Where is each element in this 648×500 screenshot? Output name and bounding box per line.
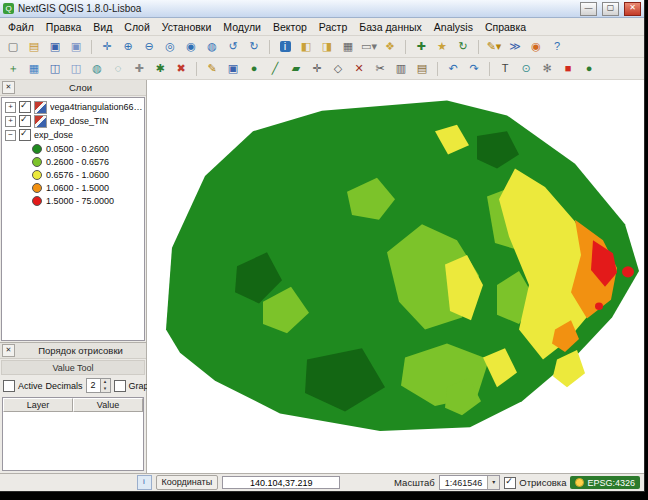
legend-class-4[interactable]: 1.0600 - 1.5000 bbox=[32, 181, 144, 194]
toolbar-separator[interactable] bbox=[433, 59, 442, 79]
layer-tree[interactable]: + ✓ vega4triangulation662cdc2085044b35..… bbox=[1, 97, 145, 341]
zoom-last-icon[interactable]: ↺ bbox=[223, 37, 243, 57]
log-messages-icon[interactable]: i bbox=[137, 475, 152, 490]
scale-combo[interactable]: 1:461546 ▾ bbox=[439, 475, 501, 490]
add-spatialite-layer-icon[interactable]: ◫ bbox=[66, 59, 86, 79]
value-table-header-layer[interactable]: Layer bbox=[3, 398, 73, 412]
help-contents-icon[interactable]: ? bbox=[547, 37, 567, 57]
expander-icon[interactable]: + bbox=[5, 102, 16, 113]
cut-features-icon[interactable]: ✂ bbox=[370, 59, 390, 79]
decimals-stepper[interactable]: 2 ▴ ▾ bbox=[86, 378, 111, 393]
legend-class-5[interactable]: 1.5000 - 75.0000 bbox=[32, 194, 144, 207]
add-postgis-layer-icon[interactable]: ◫ bbox=[45, 59, 65, 79]
toolbar-separator[interactable] bbox=[265, 37, 274, 57]
close-button[interactable]: ✕ bbox=[624, 2, 641, 16]
redo-icon[interactable]: ↷ bbox=[464, 59, 484, 79]
nextgis-connect-icon[interactable]: ◉ bbox=[526, 37, 546, 57]
zoom-to-layer-icon[interactable]: ◍ bbox=[202, 37, 222, 57]
legend-class-2[interactable]: 0.2600 - 0.6576 bbox=[32, 155, 144, 168]
refresh-map-icon[interactable]: ↻ bbox=[453, 37, 473, 57]
zoom-out-icon[interactable]: ⊖ bbox=[139, 37, 159, 57]
python-console-icon[interactable]: ≫ bbox=[505, 37, 525, 57]
layer-item-vega4triangulation[interactable]: + ✓ vega4triangulation662cdc2085044b35..… bbox=[2, 100, 144, 114]
value-tool-tab[interactable]: Value Tool bbox=[1, 360, 145, 375]
menu-item-edit[interactable]: Правка bbox=[40, 20, 87, 34]
identify-icon[interactable]: i bbox=[275, 37, 295, 57]
toggle-editing-icon[interactable]: ✎ bbox=[202, 59, 222, 79]
capture-point-icon[interactable]: ● bbox=[244, 59, 264, 79]
open-project-icon[interactable]: ▤ bbox=[24, 37, 44, 57]
maximize-button[interactable]: ▢ bbox=[602, 2, 619, 16]
add-wms-layer-icon[interactable]: ◍ bbox=[87, 59, 107, 79]
add-delimited-text-icon[interactable]: ✚ bbox=[129, 59, 149, 79]
save-project-as-icon[interactable]: ▣ bbox=[66, 37, 86, 57]
graph-checkbox[interactable] bbox=[114, 380, 126, 392]
show-bookmarks-icon[interactable]: ★ bbox=[432, 37, 452, 57]
grass-tools-icon[interactable]: ● bbox=[579, 59, 599, 79]
chevron-down-icon[interactable]: ▾ bbox=[487, 476, 499, 489]
pan-map-icon[interactable]: ✛ bbox=[97, 37, 117, 57]
copy-features-icon[interactable]: ▥ bbox=[391, 59, 411, 79]
save-project-icon[interactable]: ▣ bbox=[45, 37, 65, 57]
menu-item-settings[interactable]: Установки bbox=[156, 20, 217, 34]
spin-down-icon[interactable]: ▾ bbox=[101, 386, 110, 393]
expander-icon[interactable]: − bbox=[5, 130, 16, 141]
menu-item-database[interactable]: База данных bbox=[353, 20, 428, 34]
new-bookmark-icon[interactable]: ✚ bbox=[411, 37, 431, 57]
analysis-tools-icon[interactable]: ■ bbox=[558, 59, 578, 79]
zoom-next-icon[interactable]: ↻ bbox=[244, 37, 264, 57]
menu-item-file[interactable]: Файл bbox=[2, 20, 40, 34]
title-bar[interactable]: Q NextGIS QGIS 1.8.0-Lisboa — ▢ ✕ bbox=[0, 0, 644, 18]
active-checkbox[interactable] bbox=[3, 380, 15, 392]
menu-item-help[interactable]: Справка bbox=[479, 20, 532, 34]
layer-item-exp-dose[interactable]: − ✓ exp_dose bbox=[2, 128, 144, 142]
node-tool-icon[interactable]: ◇ bbox=[328, 59, 348, 79]
value-table-header-value[interactable]: Value bbox=[73, 398, 143, 412]
menu-item-view[interactable]: Вид bbox=[87, 20, 118, 34]
layer-crs-icon[interactable]: ⊙ bbox=[516, 59, 536, 79]
toolbar-separator[interactable] bbox=[474, 37, 483, 57]
capture-line-icon[interactable]: ╱ bbox=[265, 59, 285, 79]
layer-visibility-checkbox[interactable]: ✓ bbox=[19, 101, 31, 113]
select-features-icon[interactable]: ◧ bbox=[296, 37, 316, 57]
crs-status-badge[interactable]: EPSG:4326 bbox=[570, 476, 640, 489]
delete-selected-icon[interactable]: ✕ bbox=[349, 59, 369, 79]
toolbar-separator[interactable] bbox=[401, 37, 410, 57]
render-checkbox[interactable]: ✓ bbox=[504, 477, 516, 489]
new-project-icon[interactable]: ▢ bbox=[3, 37, 23, 57]
zoom-to-selection-icon[interactable]: ◉ bbox=[181, 37, 201, 57]
map-canvas[interactable] bbox=[147, 80, 644, 473]
capture-polygon-icon[interactable]: ▰ bbox=[286, 59, 306, 79]
coordinates-input[interactable] bbox=[222, 476, 340, 489]
measure-icon[interactable]: ▭▾ bbox=[359, 37, 379, 57]
menu-item-vector[interactable]: Вектор bbox=[267, 20, 313, 34]
add-raster-layer-icon[interactable]: ▦ bbox=[24, 59, 44, 79]
labeling-icon[interactable]: T bbox=[495, 59, 515, 79]
undo-icon[interactable]: ↶ bbox=[443, 59, 463, 79]
zoom-full-icon[interactable]: ◎ bbox=[160, 37, 180, 57]
move-feature-icon[interactable]: ✛ bbox=[307, 59, 327, 79]
map-tips-icon[interactable]: ❖ bbox=[380, 37, 400, 57]
expander-icon[interactable]: + bbox=[5, 116, 16, 127]
open-attribute-table-icon[interactable]: ▦ bbox=[338, 37, 358, 57]
remove-layer-icon[interactable]: ✖ bbox=[171, 59, 191, 79]
close-icon[interactable]: ✕ bbox=[2, 81, 15, 94]
layer-visibility-checkbox[interactable]: ✓ bbox=[19, 129, 31, 141]
text-annotation-icon[interactable]: ✎▾ bbox=[484, 37, 504, 57]
deselect-features-icon[interactable]: ◨ bbox=[317, 37, 337, 57]
coordinates-toggle-button[interactable]: Координаты bbox=[156, 475, 219, 490]
layer-item-exp-dose-tin[interactable]: + ✓ exp_dose_TIN bbox=[2, 114, 144, 128]
toolbar-separator[interactable] bbox=[192, 59, 201, 79]
menu-item-analysis[interactable]: Analysis bbox=[428, 20, 479, 34]
legend-class-1[interactable]: 0.0500 - 0.2600 bbox=[32, 142, 144, 155]
new-shapefile-layer-icon[interactable]: ✱ bbox=[150, 59, 170, 79]
menu-item-raster[interactable]: Растр bbox=[313, 20, 353, 34]
render-toggle[interactable]: ✓ Отрисовка bbox=[504, 477, 566, 489]
menu-item-layer[interactable]: Слой bbox=[118, 20, 156, 34]
save-edits-icon[interactable]: ▣ bbox=[223, 59, 243, 79]
toolbar-separator[interactable] bbox=[87, 37, 96, 57]
add-wfs-layer-icon[interactable]: ◌ bbox=[108, 59, 128, 79]
plugin-manager-icon[interactable]: ✻ bbox=[537, 59, 557, 79]
menu-item-plugins[interactable]: Модули bbox=[217, 20, 267, 34]
add-vector-layer-icon[interactable]: ＋ bbox=[3, 59, 23, 79]
